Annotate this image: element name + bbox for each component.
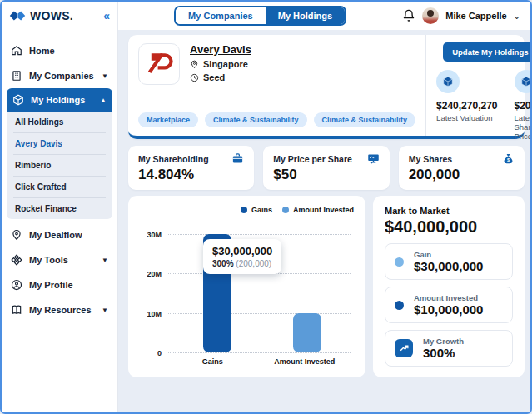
legend-dot-gains bbox=[241, 207, 247, 213]
y-axis-tick: 20M bbox=[138, 270, 162, 278]
y-axis-tick: 30M bbox=[138, 231, 162, 239]
tag-climate-sustainability: Climate & Sustainability bbox=[314, 112, 416, 127]
profile-icon bbox=[11, 279, 22, 291]
legend-label: Amount Invested bbox=[293, 206, 354, 214]
chart-tooltip: $30,000,000 300% (200,000) bbox=[203, 239, 281, 274]
brand-name: WOWS. bbox=[30, 9, 73, 22]
my-shareholding-label: My Shareholding bbox=[138, 154, 209, 164]
submenu-item-rocket-finance[interactable]: Rocket Finance bbox=[13, 198, 106, 219]
y-axis-tick: 0 bbox=[138, 349, 162, 357]
company-name-link[interactable]: Avery Davis bbox=[190, 43, 251, 56]
chart-legend: Gains Amount Invested bbox=[241, 206, 354, 214]
header-tabs: My Companies My Holdings bbox=[118, 6, 402, 26]
money-bag-icon: $ bbox=[502, 152, 515, 165]
stage-clock-icon bbox=[190, 73, 199, 82]
my-price-per-share-value: $50 bbox=[273, 167, 379, 183]
my-shares-label: My Shares bbox=[409, 154, 453, 164]
gain-dot-icon bbox=[395, 257, 404, 267]
gain-label: Gain bbox=[414, 250, 483, 259]
gains-chart-card: Gains Amount Invested 30M 20M 10M 0 bbox=[128, 196, 365, 377]
tag-marketplace: Marketplace bbox=[138, 112, 198, 127]
top-header: WOWS. « My Companies My Holdings Mike Ca… bbox=[2, 2, 530, 30]
tools-icon bbox=[11, 254, 22, 266]
tab-my-companies[interactable]: My Companies bbox=[176, 7, 266, 24]
submenu-item-click-crafted[interactable]: Click Crafted bbox=[13, 177, 106, 198]
chevron-down-icon: ▼ bbox=[102, 257, 108, 264]
main-content: Avery Davis Singapore Seed bbox=[118, 30, 530, 412]
latest-valuation-value: $240,270,270 bbox=[436, 100, 497, 112]
metrics-row: My Shareholding 14.804% My Price per Sha… bbox=[128, 146, 525, 190]
my-shareholding-card: My Shareholding 14.804% bbox=[128, 146, 254, 190]
my-shares-value: 200,000 bbox=[409, 167, 515, 183]
legend-amount-invested: Amount Invested bbox=[282, 206, 354, 214]
bar-amount-invested[interactable] bbox=[293, 313, 321, 352]
sidebar-item-my-profile[interactable]: My Profile bbox=[2, 272, 117, 297]
my-shareholding-value: 14.804% bbox=[138, 167, 244, 183]
tooltip-shares: (200,000) bbox=[236, 259, 271, 268]
growth-icon bbox=[395, 339, 413, 357]
latest-valuation-stat: $240,270,270 Latest Valuation bbox=[436, 70, 497, 141]
my-growth-item: My Growth 300% bbox=[385, 330, 513, 367]
sidebar-item-label: My Holdings bbox=[31, 95, 85, 105]
my-price-per-share-card: My Price per Share $50 bbox=[263, 146, 389, 190]
user-avatar[interactable] bbox=[422, 7, 439, 24]
avery-davis-monogram-icon bbox=[145, 50, 173, 78]
tab-group: My Companies My Holdings bbox=[174, 6, 346, 26]
sidebar-item-my-companies[interactable]: My Companies ▼ bbox=[2, 63, 117, 88]
sidebar-item-label: My Companies bbox=[29, 71, 94, 81]
my-price-per-share-label: My Price per Share bbox=[273, 154, 352, 164]
user-area: Mike Cappelle ⌄ bbox=[402, 7, 530, 24]
legend-label: Gains bbox=[251, 206, 272, 214]
gain-item: Gain $30,000,000 bbox=[385, 243, 513, 280]
sidebar-item-label: My Dealflow bbox=[29, 230, 82, 240]
user-menu-chevron-icon[interactable]: ⌄ bbox=[514, 12, 520, 21]
home-icon bbox=[11, 45, 22, 57]
company-tags: Marketplace Climate & Sustainability Cli… bbox=[138, 112, 415, 127]
cube-icon bbox=[442, 76, 454, 87]
chevron-up-icon: ▲ bbox=[100, 97, 107, 104]
company-card: Avery Davis Singapore Seed bbox=[128, 35, 525, 139]
submenu-item-rimberio[interactable]: Rimberio bbox=[13, 155, 106, 177]
sidebar-item-my-holdings[interactable]: My Holdings ▲ bbox=[7, 88, 112, 112]
cube-badge-icon bbox=[515, 70, 532, 93]
holdings-submenu: All Holdings Avery Davis Rimberio Click … bbox=[7, 112, 112, 219]
cube-badge-icon bbox=[436, 70, 460, 93]
my-shares-card: My Shares $ 200,000 bbox=[399, 146, 525, 190]
sidebar-item-label: My Tools bbox=[29, 255, 68, 265]
y-axis-tick: 10M bbox=[138, 310, 162, 318]
briefcase-icon bbox=[231, 152, 244, 165]
mark-to-market-card: Mark to Market $40,000,000 Gain $30,000,… bbox=[373, 196, 525, 377]
tooltip-percent: 300% bbox=[212, 259, 234, 268]
update-my-holdings-button[interactable]: Update My Holdings bbox=[443, 42, 532, 62]
location-pin-icon bbox=[190, 60, 199, 69]
cube-icon bbox=[12, 94, 24, 106]
tab-my-holdings[interactable]: My Holdings bbox=[266, 7, 345, 24]
sidebar-item-my-tools[interactable]: My Tools ▼ bbox=[2, 247, 117, 272]
pin-icon bbox=[11, 229, 22, 241]
submenu-item-all-holdings[interactable]: All Holdings bbox=[13, 112, 106, 133]
mark-to-market-total: $40,000,000 bbox=[385, 217, 513, 237]
amount-invested-item: Amount Invested $10,000,000 bbox=[385, 287, 513, 323]
chevron-down-icon: ▼ bbox=[102, 307, 108, 314]
sidebar-item-my-dealflow[interactable]: My Dealflow bbox=[2, 222, 117, 247]
mark-to-market-title: Mark to Market bbox=[385, 206, 513, 216]
submenu-item-avery-davis[interactable]: Avery Davis bbox=[13, 133, 106, 155]
latest-share-price-label: Latest Share Price bbox=[515, 113, 532, 141]
latest-valuation-label: Latest Valuation bbox=[436, 113, 497, 122]
presentation-chart-icon bbox=[367, 152, 380, 165]
my-growth-value: 300% bbox=[423, 346, 464, 360]
wows-logo-icon bbox=[9, 10, 26, 22]
user-name[interactable]: Mike Cappelle bbox=[445, 11, 506, 21]
sidebar-item-my-resources[interactable]: My Resources ▼ bbox=[2, 297, 117, 322]
latest-share-price-stat: $200 Latest Share Price bbox=[515, 70, 532, 141]
sidebar-item-home[interactable]: Home bbox=[2, 38, 117, 63]
notification-bell-icon[interactable] bbox=[402, 9, 415, 22]
amount-invested-value: $10,000,000 bbox=[414, 302, 483, 317]
sidebar-item-label: My Resources bbox=[29, 305, 92, 315]
amount-invested-dot-icon bbox=[395, 301, 404, 310]
company-stage: Seed bbox=[203, 72, 225, 82]
sidebar-item-label: My Profile bbox=[29, 280, 73, 290]
sidebar-collapse-icon[interactable]: « bbox=[103, 9, 110, 22]
logo-area: WOWS. « bbox=[2, 2, 118, 30]
tag-climate-sustainability: Climate & Sustainability bbox=[205, 112, 307, 127]
